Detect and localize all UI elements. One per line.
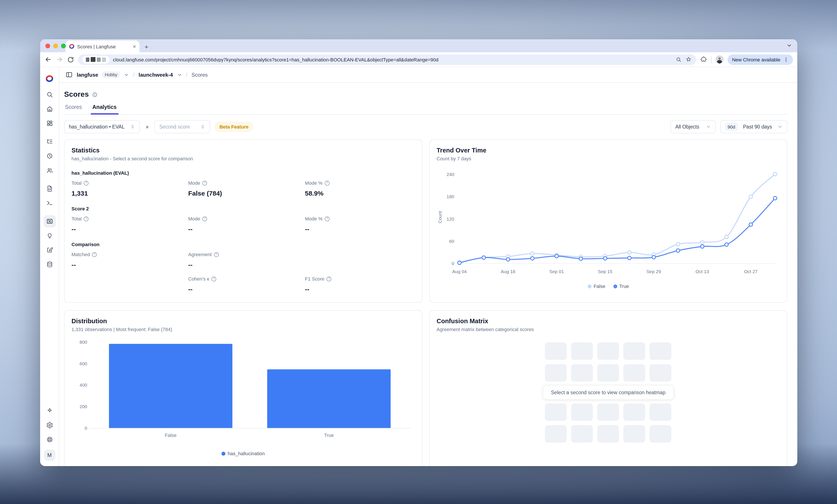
more-vertical-icon[interactable] [783, 57, 789, 62]
score2-placeholder: Second score [159, 124, 195, 129]
stat-value-total2: -- [71, 225, 188, 232]
svg-text:Count: Count [437, 211, 442, 223]
stat-value-mode-pct2: -- [305, 225, 415, 232]
legend-item-true[interactable]: True [613, 284, 629, 289]
profile-avatar[interactable] [716, 55, 724, 63]
object-type-select[interactable]: All Objects [671, 120, 716, 133]
stat-section-score2: Score 2 [71, 206, 415, 211]
stat-value-agreement: -- [188, 261, 305, 268]
project-name[interactable]: launchweek-4 [139, 72, 173, 78]
site-info-chip[interactable] [83, 56, 109, 63]
project-chevron-down-icon[interactable] [177, 72, 182, 77]
url-text[interactable]: cloud.langfuse.com/project/cmhnuoj660007… [113, 57, 673, 62]
legend-label: has_hallucination [228, 451, 265, 456]
heatmap-placeholder-cell [598, 342, 619, 360]
scores-icon[interactable] [43, 215, 56, 227]
card-title: Confusion Matrix [437, 318, 780, 324]
statistics-card: Statistics has_hallucination - Select a … [64, 139, 422, 303]
cards-grid: Statistics has_hallucination - Select a … [64, 139, 787, 466]
stat-value-mode2: -- [188, 225, 305, 232]
heatmap-placeholder-cell [545, 342, 567, 360]
close-window-button[interactable] [45, 43, 50, 48]
address-bar[interactable]: cloud.langfuse.com/project/cmhnuoj660007… [78, 54, 696, 65]
bookmark-star-icon[interactable] [685, 56, 692, 63]
tracing-icon[interactable] [43, 135, 56, 148]
help-icon[interactable]: ? [202, 181, 207, 185]
tab-search-chevron-icon[interactable] [786, 43, 792, 48]
clear-score1-button[interactable]: × [144, 124, 150, 130]
legend-label: True [619, 284, 629, 289]
panel-toggle-icon[interactable] [66, 71, 73, 78]
updown-chevron-icon [200, 124, 206, 129]
heatmap-placeholder-cell [571, 364, 593, 381]
object-type-value: All Objects [675, 124, 700, 129]
prompts-icon[interactable] [43, 183, 56, 195]
tab-analytics[interactable]: Analytics [92, 104, 118, 114]
svg-text:60: 60 [449, 239, 454, 244]
fullscreen-window-button[interactable] [61, 43, 66, 48]
back-icon[interactable] [44, 56, 52, 63]
help-icon[interactable]: ? [212, 276, 216, 281]
zoom-icon[interactable] [676, 56, 682, 62]
annotation-icon[interactable] [43, 244, 56, 256]
extensions-icon[interactable] [700, 56, 707, 63]
distribution-bar-chart[interactable]: 0200400600800FalseTrue [71, 335, 415, 447]
stat-label: Agreement [188, 252, 212, 257]
sessions-clock-icon[interactable] [43, 150, 56, 162]
legend-label: False [593, 284, 605, 289]
search-icon[interactable] [43, 89, 56, 100]
tab-close-icon[interactable]: × [133, 44, 136, 49]
trend-card: Trend Over Time Count by 7 days 06012018… [429, 139, 787, 303]
settings-gear-icon[interactable] [43, 419, 56, 431]
info-icon[interactable] [92, 92, 97, 97]
tab-scores[interactable]: Scores [64, 104, 83, 114]
forward-icon[interactable] [56, 56, 63, 63]
help-icon[interactable]: ? [202, 216, 207, 221]
support-lifebuoy-icon[interactable] [43, 433, 56, 446]
org-chevron-down-icon[interactable] [124, 72, 129, 77]
stat-value-f1: -- [305, 285, 415, 293]
legend-item-has-hallucination[interactable]: has_hallucination [221, 451, 265, 456]
legend-dot-true [613, 284, 617, 288]
ask-ai-sparkle-icon[interactable] [43, 405, 56, 417]
legend-item-false[interactable]: False [587, 284, 605, 289]
langfuse-logo-icon[interactable] [45, 71, 54, 86]
help-icon[interactable]: ? [84, 181, 89, 185]
svg-text:120: 120 [446, 217, 454, 222]
heatmap-placeholder-cell [624, 425, 645, 443]
user-avatar[interactable]: M [44, 450, 55, 461]
toolbar-divider [711, 56, 712, 63]
dashboards-icon[interactable] [43, 117, 56, 129]
help-icon[interactable]: ? [325, 216, 330, 221]
browser-tab[interactable]: Scores | Langfuse × [66, 40, 140, 52]
trend-line-chart[interactable]: 060120180240CountAug 04Aug 18Sep 01Sep 1… [437, 165, 780, 277]
date-range-select[interactable]: 90d Past 90 days [720, 120, 787, 133]
help-icon[interactable]: ? [214, 252, 219, 257]
help-icon[interactable]: ? [326, 276, 331, 281]
help-icon[interactable]: ? [325, 181, 330, 185]
org-name[interactable]: langfuse [77, 72, 98, 78]
score1-value: has_hallucination • EVAL [69, 124, 125, 129]
lightbulb-icon[interactable] [43, 229, 56, 242]
new-tab-button[interactable]: + [141, 41, 152, 52]
window-controls [45, 43, 66, 48]
chrome-update-pill[interactable]: New Chrome available [728, 54, 793, 65]
redacted-block [91, 57, 95, 62]
datasets-icon[interactable] [43, 258, 56, 270]
playground-terminal-icon[interactable] [43, 197, 56, 209]
help-icon[interactable]: ? [84, 216, 89, 221]
stat-value-mode: False (784) [188, 189, 305, 197]
breadcrumb-separator: / [133, 71, 135, 78]
date-range-value: Past 90 days [743, 124, 772, 129]
langfuse-app: M langfuse Hobby / launchweek-4 [40, 67, 797, 466]
svg-text:600: 600 [79, 361, 87, 366]
reload-icon[interactable] [67, 56, 74, 63]
users-icon[interactable] [43, 164, 56, 176]
score1-select[interactable]: has_hallucination • EVAL [64, 120, 140, 133]
help-icon[interactable]: ? [92, 252, 97, 257]
heatmap-placeholder-cell [545, 404, 567, 421]
minimize-window-button[interactable] [53, 43, 58, 48]
breadcrumb-page: Scores [191, 72, 208, 78]
home-icon[interactable] [43, 103, 56, 115]
score2-select[interactable]: Second score [155, 120, 210, 133]
